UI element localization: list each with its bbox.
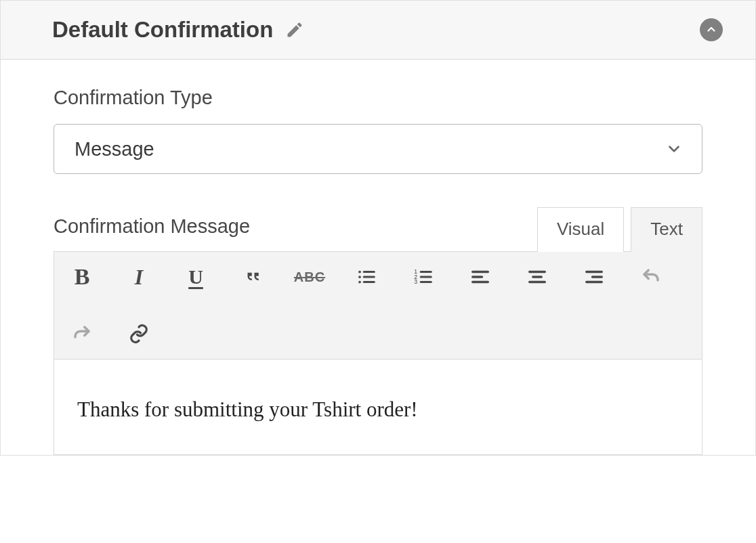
align-right-icon [584,267,604,287]
confirmation-message-field: Confirmation Message Visual Text B I U A… [54,207,702,455]
editor-tabs: Visual Text [537,207,702,251]
numbered-list-icon: 1 2 3 [413,267,434,287]
redo-icon [72,324,92,344]
blockquote-button[interactable] [238,263,267,291]
svg-text:3: 3 [414,278,417,285]
panel-body: Confirmation Type Message Confirmation M… [1,60,755,455]
chevron-up-icon [705,24,717,36]
confirmation-type-field: Confirmation Type Message [54,87,702,174]
svg-point-0 [358,271,361,274]
editor-box: B I U ABC [54,251,702,455]
message-header-row: Confirmation Message Visual Text [54,207,702,251]
pencil-icon[interactable] [285,20,304,39]
panel-title: Default Confirmation [52,17,273,43]
svg-point-4 [358,281,361,284]
italic-button[interactable]: I [125,263,153,291]
tab-visual[interactable]: Visual [537,207,624,252]
bullet-list-button[interactable] [352,263,381,291]
link-icon [129,324,149,344]
svg-point-2 [358,276,361,278]
numbered-list-button[interactable]: 1 2 3 [409,263,438,291]
undo-button[interactable] [637,263,665,291]
tab-text[interactable]: Text [631,207,702,252]
collapse-toggle[interactable] [700,18,723,41]
bullet-list-icon [356,267,377,287]
align-left-button[interactable] [466,263,495,291]
confirmation-message-label: Confirmation Message [54,215,250,251]
panel-title-wrap: Default Confirmation [52,17,304,43]
redo-button[interactable] [68,320,96,348]
align-center-icon [527,267,547,287]
confirmation-type-value: Message [75,138,154,160]
strikethrough-button[interactable]: ABC [295,263,324,291]
editor-toolbar: B I U ABC [54,252,702,360]
undo-icon [641,267,661,287]
panel-header: Default Confirmation [1,0,755,60]
confirmation-type-label: Confirmation Type [54,87,702,109]
underline-button[interactable]: U [182,263,210,291]
editor-content[interactable]: Thanks for submitting your Tshirt order! [54,360,702,454]
align-left-icon [470,267,490,287]
align-center-button[interactable] [523,263,551,291]
link-button[interactable] [125,320,153,348]
confirmation-type-select[interactable]: Message [54,124,702,174]
align-right-button[interactable] [580,263,608,291]
confirmation-panel: Default Confirmation Confirmation Type M… [0,0,756,456]
chevron-down-icon [665,140,683,158]
quote-icon [243,267,263,287]
bold-button[interactable]: B [68,263,96,291]
